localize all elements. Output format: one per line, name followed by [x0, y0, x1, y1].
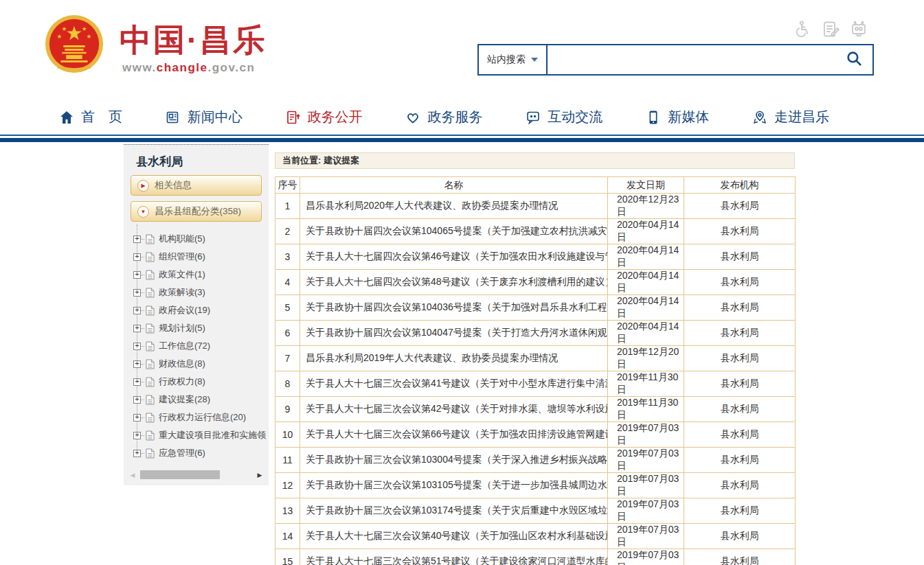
tree-item[interactable]: + 建议提案(28) — [124, 391, 269, 408]
tree-item[interactable]: + 机构职能(5) — [124, 230, 269, 248]
tree-item[interactable]: + 组织管理(6) — [124, 248, 269, 266]
doc-date: 2019年07月03日 — [608, 524, 684, 549]
search-input[interactable] — [548, 45, 835, 74]
table-row: 5 关于县政协十届四次会议第104036号提案（关于加强对昌乐县水利工程红色文化… — [275, 295, 796, 321]
doc-date: 2019年07月03日 — [608, 422, 684, 448]
table-row: 10 关于县人大十七届三次会议第66号建议（关于加强农田排涝设施管网建设的建议.… — [275, 422, 796, 448]
document-icon — [146, 270, 155, 280]
nav-item[interactable]: 新媒体 — [645, 108, 709, 126]
accessibility-icon[interactable] — [793, 19, 813, 39]
doc-date: 2020年12月23日 — [608, 194, 684, 219]
nav-item[interactable]: 政务服务 — [405, 108, 482, 126]
main-content: 当前位置:建议提案 序号 名称 发文日期 发布机构 1 昌乐县水利局2020年人… — [275, 152, 795, 565]
robot-icon[interactable] — [848, 19, 868, 39]
col-header-name: 名称 — [300, 177, 608, 194]
doc-title-link[interactable]: 关于县人大十七届三次会议第51号建议（关于建设徐家河口河道型水库的建议）... — [300, 549, 608, 565]
expand-plus-icon[interactable]: + — [133, 396, 141, 404]
scroll-right-arrow-icon[interactable]: ▶ — [255, 472, 264, 478]
doc-title-link[interactable]: 关于县人大十七届三次会议第41号建议（关于对中小型水库进行集中清淤的建议... — [300, 371, 608, 397]
doc-org: 县水利局 — [684, 346, 796, 371]
tree-item[interactable]: + 行政权力运行信息(20) — [124, 408, 269, 426]
row-index: 7 — [275, 346, 300, 371]
doc-title-link[interactable]: 关于县人大十七届三次会议第42号建议（关于对排水渠、塘坝等水利设施进行统... — [300, 397, 608, 422]
doc-title-link[interactable]: 关于县人大十七届四次会议第48号建议（关于废弃水利渡槽利用的建议）的答复 — [300, 270, 608, 295]
tree-item[interactable]: + 工作信息(72) — [124, 337, 269, 355]
expand-plus-icon[interactable]: + — [133, 432, 141, 439]
doc-org: 县水利局 — [684, 422, 796, 448]
expand-plus-icon[interactable]: + — [133, 450, 141, 457]
svg-text:★: ★ — [82, 25, 87, 32]
nav-item[interactable]: 首 页 — [58, 108, 122, 126]
doc-org: 县水利局 — [684, 270, 796, 295]
doc-title-link[interactable]: 昌乐县水利局2019年人大代表建议、政协委员提案办理情况 — [300, 346, 608, 371]
doc-title-link[interactable]: 关于县政协十届四次会议第104036号提案（关于加强对昌乐县水利工程红色文化..… — [300, 295, 608, 321]
doc-date: 2020年04月14日 — [608, 244, 684, 270]
doc-title-link[interactable]: 昌乐县水利局2020年人大代表建议、政协委员提案办理情况 — [300, 194, 608, 219]
expand-plus-icon[interactable]: + — [133, 378, 141, 386]
document-icon — [146, 234, 155, 244]
doc-date: 2020年04月14日 — [608, 295, 684, 321]
row-index: 1 — [275, 194, 300, 219]
expand-plus-icon[interactable]: + — [133, 325, 141, 332]
nav-item[interactable]: 新闻中心 — [165, 108, 243, 126]
document-icon — [146, 288, 155, 298]
breadcrumb-current: 建议提案 — [324, 155, 359, 165]
row-index: 9 — [275, 397, 300, 422]
row-index: 14 — [275, 524, 300, 549]
national-emblem-logo[interactable]: ★ ★ ★ ★ — [44, 14, 104, 77]
tree-item[interactable]: + 政策解读(3) — [124, 284, 269, 301]
tree-item[interactable]: + 政府会议(19) — [124, 301, 269, 319]
doc-date: 2019年11月30日 — [608, 371, 684, 397]
expand-plus-icon[interactable]: + — [133, 289, 141, 297]
expand-plus-icon[interactable]: + — [133, 307, 141, 314]
category-tree: + 机构职能(5) + — [124, 230, 269, 462]
doc-title-link[interactable]: 关于县人大十七届三次会议第40号建议（关于加强山区农村水利基础设施建设的... — [300, 524, 608, 549]
expand-plus-icon[interactable]: + — [133, 360, 141, 368]
expand-plus-icon[interactable]: + — [133, 414, 141, 422]
doc-title-link[interactable]: 关于县政协十届四次会议第104065号提案（关于加强建立农村抗洪减灾的体系的..… — [300, 219, 608, 244]
nav-item[interactable]: 互动交流 — [525, 108, 602, 126]
expand-plus-icon[interactable]: + — [133, 343, 141, 350]
doc-title-link[interactable]: 关于县人大十七届三次会议第66号建议（关于加强农田排涝设施管网建设的建议... — [300, 422, 608, 448]
tree-item[interactable]: + 行政权力(8) — [124, 373, 269, 391]
tree-item[interactable]: + 重大建设项目批准和实施领 — [124, 426, 269, 444]
nav-item[interactable]: 政务公开 — [285, 108, 363, 126]
doc-title-link[interactable]: 关于县政协十届三次会议第103105号提案（关于进一步加强县城周边水库、塘坝..… — [300, 473, 608, 498]
doc-title-link[interactable]: 关于县人大十七届四次会议第46号建议（关于加强农田水利设施建设与管护的建... — [300, 244, 608, 270]
row-index: 8 — [275, 371, 300, 397]
table-row: 2 关于县政协十届四次会议第104065号提案（关于加强建立农村抗洪减灾的体系的… — [275, 219, 796, 244]
scrollbar-thumb[interactable] — [140, 470, 220, 479]
doc-date: 2019年11月30日 — [608, 397, 684, 422]
doc-org: 县水利局 — [684, 371, 796, 397]
main-navigation: 首 页 新闻中心 政务公开 政务服务 互动交流 — [0, 100, 924, 135]
search-category-dropdown[interactable]: 站内搜索 — [479, 45, 548, 74]
document-icon — [146, 341, 155, 351]
doc-title-link[interactable]: 关于县政协十届四次会议第104047号提案（关于打造大丹河水道休闲观光带的建..… — [300, 321, 608, 346]
doc-org: 县水利局 — [684, 448, 796, 473]
nav-item[interactable]: 走进昌乐 — [752, 108, 829, 126]
document-icon — [146, 305, 155, 316]
sidebar: 县水利局 ▶ 相关信息 ▼ 昌乐县组配分类(358) + — [124, 144, 269, 485]
document-edit-icon[interactable] — [821, 19, 841, 39]
table-row: 1 昌乐县水利局2020年人大代表建议、政协委员提案办理情况 2020年12月2… — [275, 194, 796, 219]
tree-item[interactable]: + 应急管理(6) — [124, 444, 269, 462]
site-title[interactable]: 中国·昌乐 — [120, 19, 267, 62]
tree-item[interactable]: + 规划计划(5) — [124, 319, 269, 337]
doc-date: 2019年12月20日 — [608, 346, 684, 371]
sidebar-section-button[interactable]: ▼ 昌乐县组配分类(358) — [131, 201, 262, 222]
scroll-left-arrow-icon[interactable]: ◀ — [128, 472, 137, 478]
search-button[interactable] — [835, 45, 872, 74]
sidebar-title: 县水利局 — [124, 145, 269, 170]
breadcrumb: 当前位置:建议提案 — [275, 152, 795, 169]
tree-item[interactable]: + 财政信息(8) — [124, 355, 269, 373]
expand-plus-icon[interactable]: + — [133, 271, 141, 279]
expand-plus-icon[interactable]: + — [133, 235, 141, 243]
sidebar-section-button[interactable]: ▶ 相关信息 — [131, 175, 262, 196]
row-index: 12 — [275, 473, 300, 498]
doc-title-link[interactable]: 关于县政协十届三次会议第103004号提案（关于深入推进乡村振兴战略的几点建..… — [300, 448, 608, 473]
doc-title-link[interactable]: 关于县政协十届三次会议第103174号提案（关于灾后重建中水毁区域垃圾综合治..… — [300, 498, 608, 524]
expand-plus-icon[interactable]: + — [133, 253, 141, 261]
gov-open-icon — [285, 109, 302, 126]
play-circle-icon: ▶ — [137, 180, 149, 192]
tree-item[interactable]: + 政策文件(1) — [124, 266, 269, 284]
